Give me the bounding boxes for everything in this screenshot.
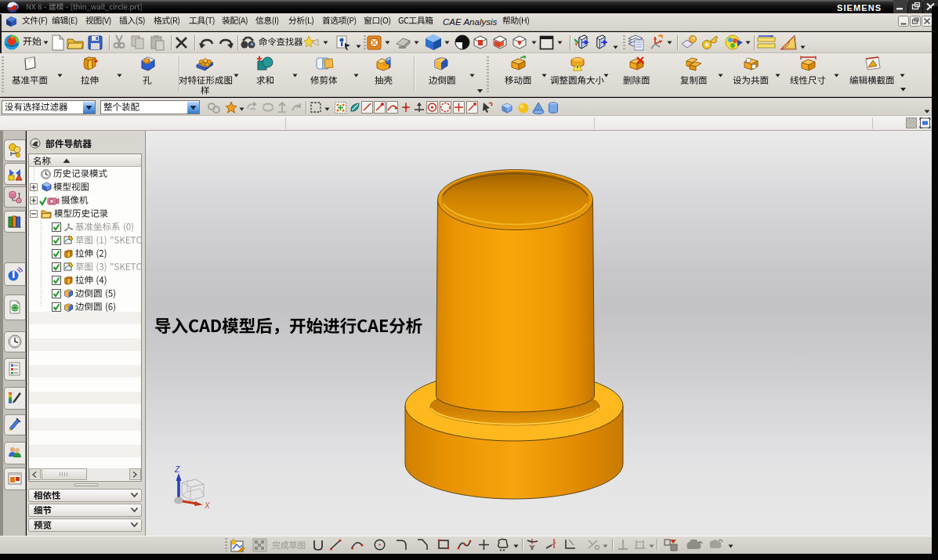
svg-text:Z: Z [174,465,180,474]
svg-text:X: X [204,501,210,510]
